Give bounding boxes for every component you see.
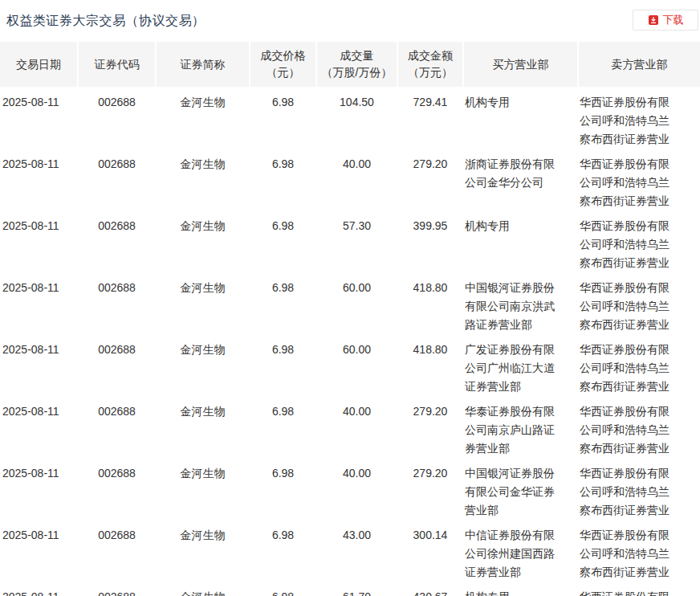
col-header-volume: 成交量（万股/万份） bbox=[316, 42, 397, 87]
cell-buyer-branch: 中国银河证券股份有限公司金华证券营业部 bbox=[463, 458, 578, 520]
cell-volume: 61.70 bbox=[316, 582, 397, 596]
cell-amount: 399.95 bbox=[397, 210, 463, 272]
cell-trade-date: 2025-08-11 bbox=[0, 87, 78, 149]
table-row: 2025-08-11002688金河生物6.9840.00279.20华泰证券股… bbox=[0, 396, 700, 458]
cell-buyer-branch: 华泰证券股份有限公司南京庐山路证券营业部 bbox=[463, 396, 578, 458]
cell-buyer-branch: 中信证券股份有限公司徐州建国西路证券营业部 bbox=[463, 520, 578, 582]
cell-buyer-branch: 浙商证券股份有限公司金华分公司 bbox=[463, 149, 578, 210]
col-header-seller-branch: 卖方营业部 bbox=[578, 42, 700, 87]
cell-price: 6.98 bbox=[250, 520, 316, 582]
cell-price: 6.98 bbox=[250, 87, 316, 149]
table-row: 2025-08-11002688金河生物6.9840.00279.20中国银河证… bbox=[0, 458, 700, 520]
table-row: 2025-08-11002688金河生物6.9861.70430.67机构专用华… bbox=[0, 582, 700, 596]
cell-trade-date: 2025-08-11 bbox=[0, 458, 78, 520]
cell-volume: 57.30 bbox=[316, 210, 397, 272]
col-header-security-code: 证券代码 bbox=[78, 42, 156, 87]
col-header-amount: 成交金额（万元） bbox=[397, 42, 463, 87]
cell-seller-branch: 华西证券股份有限公司呼和浩特乌兰察布西街证券营业 bbox=[578, 272, 700, 334]
toolbar: 权益类证券大宗交易（协议交易） 下载 bbox=[0, 0, 700, 42]
cell-volume: 40.00 bbox=[316, 149, 397, 210]
cell-trade-date: 2025-08-11 bbox=[0, 396, 78, 458]
cell-security-name: 金河生物 bbox=[156, 396, 250, 458]
cell-volume: 60.00 bbox=[316, 272, 397, 334]
cell-price: 6.98 bbox=[250, 210, 316, 272]
download-button[interactable]: 下载 bbox=[633, 10, 698, 31]
cell-seller-branch: 华西证券股份有限公司呼和浩特乌兰察布西街证券营业 bbox=[578, 149, 700, 210]
table-row: 2025-08-11002688金河生物6.9857.30399.95机构专用华… bbox=[0, 210, 700, 272]
col-header-buyer-branch: 买方营业部 bbox=[463, 42, 578, 87]
table-row: 2025-08-11002688金河生物6.9860.00418.80中国银河证… bbox=[0, 272, 700, 334]
cell-security-code: 002688 bbox=[78, 334, 156, 396]
cell-security-code: 002688 bbox=[78, 87, 156, 149]
cell-volume: 60.00 bbox=[316, 334, 397, 396]
cell-volume: 40.00 bbox=[316, 396, 397, 458]
cell-security-code: 002688 bbox=[78, 458, 156, 520]
cell-amount: 430.67 bbox=[397, 582, 463, 596]
cell-buyer-branch: 机构专用 bbox=[463, 582, 578, 596]
cell-volume: 40.00 bbox=[316, 458, 397, 520]
cell-seller-branch: 华西证券股份有限公司呼和浩特乌兰察布西街证券营业 bbox=[578, 87, 700, 149]
cell-seller-branch: 华西证券股份有限公司呼和浩特乌兰察布西街证券营业 bbox=[578, 520, 700, 582]
cell-security-name: 金河生物 bbox=[156, 149, 250, 210]
cell-price: 6.98 bbox=[250, 272, 316, 334]
cell-trade-date: 2025-08-11 bbox=[0, 149, 78, 210]
col-header-trade-date: 交易日期 bbox=[0, 42, 78, 87]
cell-seller-branch: 华西证券股份有限公司呼和浩特乌兰察布西街证券营业 bbox=[578, 210, 700, 272]
cell-security-code: 002688 bbox=[78, 582, 156, 596]
table-row: 2025-08-11002688金河生物6.9843.00300.14中信证券股… bbox=[0, 520, 700, 582]
cell-security-code: 002688 bbox=[78, 149, 156, 210]
cell-seller-branch: 华西证券股份有限公司呼和浩特乌兰察布西街证券营业 bbox=[578, 458, 700, 520]
col-header-security-name: 证券简称 bbox=[156, 42, 250, 87]
cell-price: 6.98 bbox=[250, 458, 316, 520]
cell-price: 6.98 bbox=[250, 396, 316, 458]
cell-price: 6.98 bbox=[250, 582, 316, 596]
cell-amount: 418.80 bbox=[397, 272, 463, 334]
cell-price: 6.98 bbox=[250, 334, 316, 396]
cell-amount: 300.14 bbox=[397, 520, 463, 582]
cell-security-code: 002688 bbox=[78, 520, 156, 582]
page-title: 权益类证券大宗交易（协议交易） bbox=[6, 13, 206, 30]
cell-security-code: 002688 bbox=[78, 396, 156, 458]
cell-trade-date: 2025-08-11 bbox=[0, 582, 78, 596]
cell-security-name: 金河生物 bbox=[156, 87, 250, 149]
table-row: 2025-08-11002688金河生物6.9860.00418.80广发证券股… bbox=[0, 334, 700, 396]
download-button-label: 下载 bbox=[663, 13, 684, 27]
cell-security-code: 002688 bbox=[78, 272, 156, 334]
cell-amount: 279.20 bbox=[397, 149, 463, 210]
cell-security-name: 金河生物 bbox=[156, 272, 250, 334]
cell-amount: 418.80 bbox=[397, 334, 463, 396]
cell-price: 6.98 bbox=[250, 149, 316, 210]
cell-trade-date: 2025-08-11 bbox=[0, 210, 78, 272]
cell-seller-branch: 华西证券股份有限公司呼和浩特乌兰察布西街证券营业 bbox=[578, 582, 700, 596]
table-body: 2025-08-11002688金河生物6.98104.50729.41机构专用… bbox=[0, 87, 700, 596]
col-header-price: 成交价格（元） bbox=[250, 42, 316, 87]
cell-trade-date: 2025-08-11 bbox=[0, 520, 78, 582]
cell-amount: 729.41 bbox=[397, 87, 463, 149]
cell-security-name: 金河生物 bbox=[156, 334, 250, 396]
cell-security-name: 金河生物 bbox=[156, 458, 250, 520]
block-trades-table: 交易日期 证券代码 证券简称 成交价格（元） 成交量（万股/万份） 成交金额（万… bbox=[0, 42, 700, 596]
cell-seller-branch: 华西证券股份有限公司呼和浩特乌兰察布西街证券营业 bbox=[578, 396, 700, 458]
cell-buyer-branch: 中国银河证券股份有限公司南京洪武路证券营业部 bbox=[463, 272, 578, 334]
cell-buyer-branch: 机构专用 bbox=[463, 87, 578, 149]
cell-volume: 104.50 bbox=[316, 87, 397, 149]
table-row: 2025-08-11002688金河生物6.9840.00279.20浙商证券股… bbox=[0, 149, 700, 210]
cell-seller-branch: 华西证券股份有限公司呼和浩特乌兰察布西街证券营业 bbox=[578, 334, 700, 396]
table-header: 交易日期 证券代码 证券简称 成交价格（元） 成交量（万股/万份） 成交金额（万… bbox=[0, 42, 700, 87]
cell-amount: 279.20 bbox=[397, 458, 463, 520]
cell-volume: 43.00 bbox=[316, 520, 397, 582]
cell-security-name: 金河生物 bbox=[156, 210, 250, 272]
cell-buyer-branch: 机构专用 bbox=[463, 210, 578, 272]
cell-amount: 279.20 bbox=[397, 396, 463, 458]
table-row: 2025-08-11002688金河生物6.98104.50729.41机构专用… bbox=[0, 87, 700, 149]
cell-trade-date: 2025-08-11 bbox=[0, 272, 78, 334]
file-download-icon bbox=[648, 14, 659, 26]
cell-security-code: 002688 bbox=[78, 210, 156, 272]
cell-security-name: 金河生物 bbox=[156, 582, 250, 596]
cell-buyer-branch: 广发证券股份有限公司广州临江大道证券营业部 bbox=[463, 334, 578, 396]
cell-trade-date: 2025-08-11 bbox=[0, 334, 78, 396]
cell-security-name: 金河生物 bbox=[156, 520, 250, 582]
